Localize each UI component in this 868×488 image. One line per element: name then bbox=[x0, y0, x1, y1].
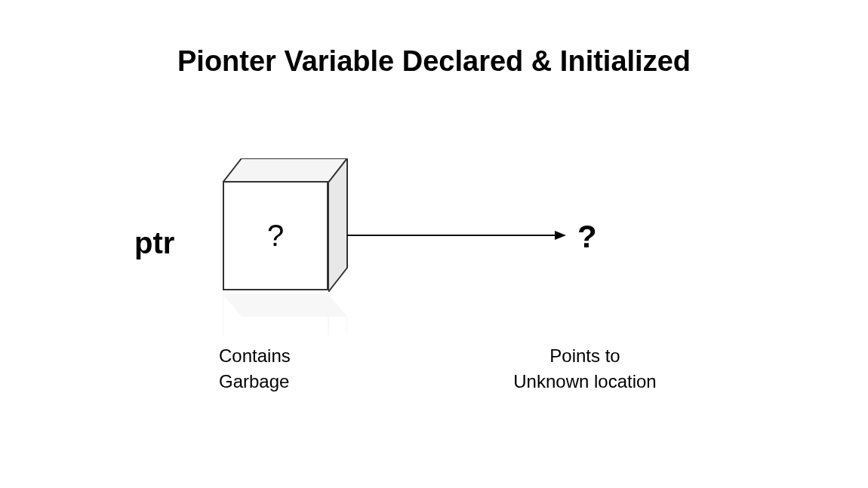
memory-box-cube: ? bbox=[223, 158, 347, 294]
box-content-qmark: ? bbox=[267, 219, 284, 253]
points-unknown-label: Points to Unknown location bbox=[491, 343, 679, 394]
cube-top-face bbox=[223, 158, 328, 181]
svg-marker-1 bbox=[328, 158, 347, 292]
points-line2: Unknown location bbox=[491, 369, 679, 394]
svg-marker-7 bbox=[555, 231, 566, 240]
cube-reflection bbox=[223, 294, 347, 339]
points-line1: Points to bbox=[491, 343, 679, 369]
cube-front-face: ? bbox=[223, 181, 328, 290]
contains-line2: Garbage bbox=[219, 369, 291, 394]
ptr-variable-label: ptr bbox=[134, 226, 174, 260]
cube-side-face bbox=[328, 158, 347, 290]
contains-garbage-label: Contains Garbage bbox=[219, 343, 291, 394]
pointer-arrow bbox=[347, 228, 566, 243]
diagram-title: Pionter Variable Declared & Initialized bbox=[177, 45, 691, 78]
contains-line1: Contains bbox=[219, 343, 291, 369]
target-question-mark: ? bbox=[577, 219, 597, 255]
